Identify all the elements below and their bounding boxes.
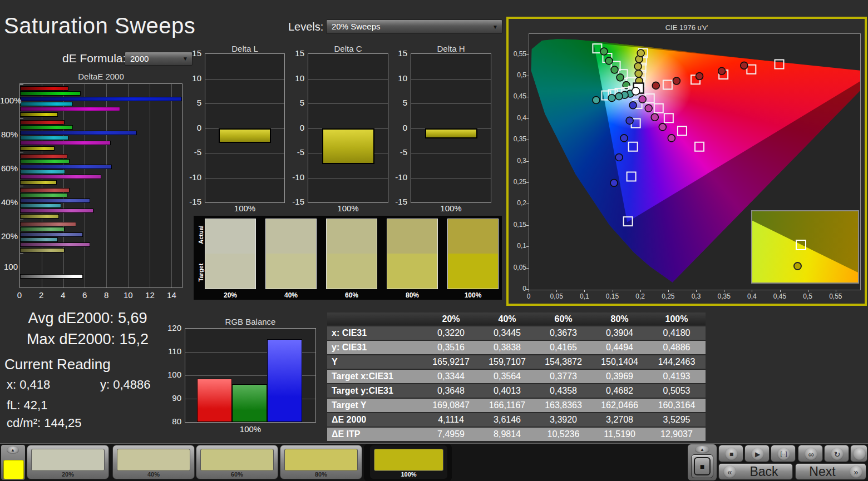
row-label: Target x:CIE31 (327, 369, 423, 384)
infinity-button[interactable]: ∞ (798, 445, 823, 462)
gridline (171, 84, 172, 287)
stop-pattern-button[interactable]: ■ (691, 454, 713, 478)
cie-y-tick: 0,15 (505, 221, 526, 229)
column-header (327, 313, 423, 326)
compare-swatch (326, 219, 377, 289)
rgb-y-tick: 90 (164, 393, 181, 403)
table-cell: 3,5295 (648, 413, 706, 427)
tick-mark (526, 225, 529, 226)
deltae-bar-red (20, 154, 67, 158)
transport-up-button[interactable]: ▲ (695, 446, 709, 453)
yellow-measured-marker (635, 70, 642, 77)
table-cell: 0,3220 (423, 326, 479, 340)
blue-measured-marker (629, 102, 637, 109)
transport-side-panel: ▲ ■ (688, 444, 717, 480)
row-label: ΔE 2000 (327, 413, 423, 427)
record-button[interactable] (850, 445, 867, 462)
tick-mark (526, 76, 529, 76)
table-cell: 154,3872 (535, 355, 591, 369)
red-measured-marker (673, 77, 680, 85)
deltae-bar-white (20, 274, 83, 279)
next-button[interactable]: Next » (795, 463, 866, 480)
delta-y-tick: -5 (285, 147, 304, 157)
test-pattern-button-20%[interactable]: 20% (27, 445, 109, 479)
target-swatch (387, 254, 437, 289)
deltae-group-label: 40% (0, 197, 18, 207)
page-title: Saturation Sweeps (4, 13, 195, 38)
cie-y-tick: 0,1 (505, 242, 526, 250)
table-cell: 0,4013 (479, 384, 535, 398)
test-pattern-button-60%[interactable]: 60% (196, 445, 278, 479)
group-tick (20, 118, 23, 118)
current-x-value: x: 0,418 (7, 378, 50, 392)
delta-y-tick: -10 (183, 172, 201, 182)
delta-c-chart-title: Delta C (308, 44, 388, 53)
rgb-y-tick: 120 (164, 323, 181, 333)
cie-y-tick: 0,4 (505, 114, 526, 122)
test-pattern-button-100%[interactable]: 100% (369, 445, 448, 479)
pattern-swatch (284, 449, 358, 471)
table-cell: 3,3920 (535, 413, 591, 427)
green-measured-marker (605, 57, 613, 65)
refresh-button[interactable]: ↻ (824, 445, 849, 462)
deltae-bar-blue (20, 199, 90, 203)
mini-patch-panel: ▲ (1, 445, 25, 480)
cie-x-tick: 0,4 (742, 292, 762, 300)
cie-y-tick: 0 (505, 285, 526, 292)
deltae-x-tick: 4 (55, 290, 71, 300)
actual-swatch (387, 219, 437, 254)
gridline (411, 103, 491, 104)
play-button[interactable]: ▶ (744, 445, 770, 462)
red-measured-marker (696, 73, 703, 80)
deltae-bar-red (20, 188, 70, 192)
blue-measured-marker (620, 135, 628, 142)
table-cell: 0,3673 (535, 326, 591, 340)
test-pattern-button-80%[interactable]: 80% (280, 445, 362, 479)
cie-y-tick: 0,35 (505, 135, 526, 143)
green-measured-marker (611, 66, 618, 73)
dl-bar (219, 128, 271, 143)
actual-swatch (448, 219, 498, 254)
pattern-swatch (117, 449, 190, 471)
blue-target-marker (629, 142, 638, 151)
deltae-bar-cyan (20, 204, 61, 208)
deltae-bar-cyan (20, 237, 58, 242)
gridline (205, 103, 284, 104)
magenta-measured-marker (659, 123, 666, 131)
levels-dropdown[interactable]: 20% Sweeps ▼ (326, 19, 502, 34)
gridline (411, 153, 491, 153)
loop-range-button[interactable]: [··] (771, 445, 796, 462)
deltae-bar-yellow (20, 248, 65, 252)
magenta-measured-marker (668, 135, 675, 142)
back-button[interactable]: « Back (718, 463, 793, 480)
current-reading-heading: Current Reading (4, 356, 111, 373)
table-cell: 0,4682 (591, 384, 648, 398)
delta-y-tick: -15 (183, 197, 201, 206)
table-cell: 165,9217 (423, 355, 479, 369)
delta-y-tick: 15 (285, 48, 304, 58)
delta-l-chart (205, 53, 285, 203)
mini-color-patch[interactable] (3, 460, 24, 479)
tick-mark (724, 290, 724, 292)
deltae-bar-green (20, 91, 81, 96)
magenta-target-marker (664, 113, 673, 122)
cie-x-tick: 0,15 (603, 292, 623, 300)
table-cell: 0,4886 (648, 340, 706, 355)
scroll-up-button[interactable]: ▲ (7, 447, 19, 454)
deltae-bar-blue (20, 165, 112, 169)
deltae-bar-yellow (20, 146, 55, 151)
compare-swatch (265, 219, 317, 289)
blue-measured-marker (610, 180, 618, 187)
tick-mark (526, 97, 529, 97)
tick-mark (526, 161, 529, 162)
test-pattern-button-40%[interactable]: 40% (112, 445, 195, 479)
deltae-group-label: 20% (0, 231, 18, 241)
rgb-balance-chart (185, 328, 316, 423)
magenta-measured-marker (639, 96, 646, 103)
stop-button[interactable]: ■ (718, 445, 743, 462)
swatch-level-label: 80% (387, 291, 438, 299)
deltae-bar-green (20, 125, 73, 130)
blue-target-marker (627, 172, 636, 181)
compare-swatch (387, 219, 438, 289)
green-measured-marker (617, 74, 624, 81)
